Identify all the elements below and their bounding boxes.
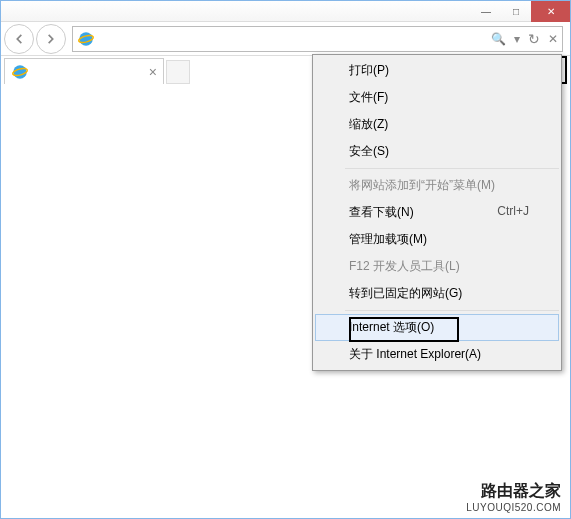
- menu-separator: [345, 168, 559, 169]
- back-button[interactable]: [4, 24, 34, 54]
- svg-point-0: [79, 32, 93, 46]
- minimize-button[interactable]: —: [471, 0, 501, 22]
- menu-item-shortcut: Ctrl+J: [497, 204, 529, 221]
- watermark-title: 路由器之家: [466, 481, 561, 502]
- svg-point-2: [13, 65, 27, 79]
- close-window-button[interactable]: ✕: [531, 0, 571, 22]
- menu-item[interactable]: 管理加载项(M): [315, 226, 559, 253]
- menu-item[interactable]: 打印(P): [315, 57, 559, 84]
- menu-item-label: 缩放(Z): [349, 116, 388, 133]
- menu-item[interactable]: 文件(F): [315, 84, 559, 111]
- browser-tab[interactable]: ×: [4, 58, 164, 84]
- menu-item[interactable]: 转到已固定的网站(G): [315, 280, 559, 307]
- menu-item-label: 关于 Internet Explorer(A): [349, 346, 481, 363]
- watermark: 路由器之家 LUYOUQI520.COM: [466, 481, 561, 513]
- menu-item-label: 转到已固定的网站(G): [349, 285, 462, 302]
- search-icon[interactable]: 🔍: [491, 32, 506, 46]
- tools-menu: 打印(P)文件(F)缩放(Z)安全(S)将网站添加到“开始”菜单(M)查看下载(…: [312, 54, 562, 371]
- watermark-url: LUYOUQI520.COM: [466, 502, 561, 513]
- dropdown-icon[interactable]: ▾: [514, 32, 520, 46]
- menu-item-label: F12 开发人员工具(L): [349, 258, 460, 275]
- tab-close-icon[interactable]: ×: [149, 64, 157, 80]
- ie-logo-icon: [11, 63, 29, 81]
- menu-item[interactable]: Internet 选项(O): [315, 314, 559, 341]
- toolbar: 🔍 ▾ ↻ ✕: [0, 22, 571, 56]
- window-titlebar: — □ ✕: [0, 0, 571, 22]
- menu-item-label: 文件(F): [349, 89, 388, 106]
- menu-item-label: 打印(P): [349, 62, 389, 79]
- menu-item[interactable]: 关于 Internet Explorer(A): [315, 341, 559, 368]
- refresh-icon[interactable]: ↻: [528, 31, 540, 47]
- menu-item[interactable]: 缩放(Z): [315, 111, 559, 138]
- new-tab-button[interactable]: [166, 60, 190, 84]
- menu-item-label: Internet 选项(O): [349, 319, 434, 336]
- menu-item-label: 管理加载项(M): [349, 231, 427, 248]
- forward-button[interactable]: [36, 24, 66, 54]
- ie-logo-icon: [77, 30, 95, 48]
- forward-arrow-icon: [44, 32, 58, 46]
- address-bar[interactable]: 🔍 ▾ ↻ ✕: [72, 26, 563, 52]
- menu-separator: [345, 310, 559, 311]
- menu-item-label: 将网站添加到“开始”菜单(M): [349, 177, 495, 194]
- url-input[interactable]: [95, 32, 491, 46]
- menu-item: F12 开发人员工具(L): [315, 253, 559, 280]
- back-arrow-icon: [12, 32, 26, 46]
- menu-item[interactable]: 安全(S): [315, 138, 559, 165]
- menu-item-label: 查看下载(N): [349, 204, 414, 221]
- menu-item[interactable]: 查看下载(N)Ctrl+J: [315, 199, 559, 226]
- maximize-button[interactable]: □: [501, 0, 531, 22]
- menu-item: 将网站添加到“开始”菜单(M): [315, 172, 559, 199]
- menu-item-label: 安全(S): [349, 143, 389, 160]
- stop-icon[interactable]: ✕: [548, 32, 558, 46]
